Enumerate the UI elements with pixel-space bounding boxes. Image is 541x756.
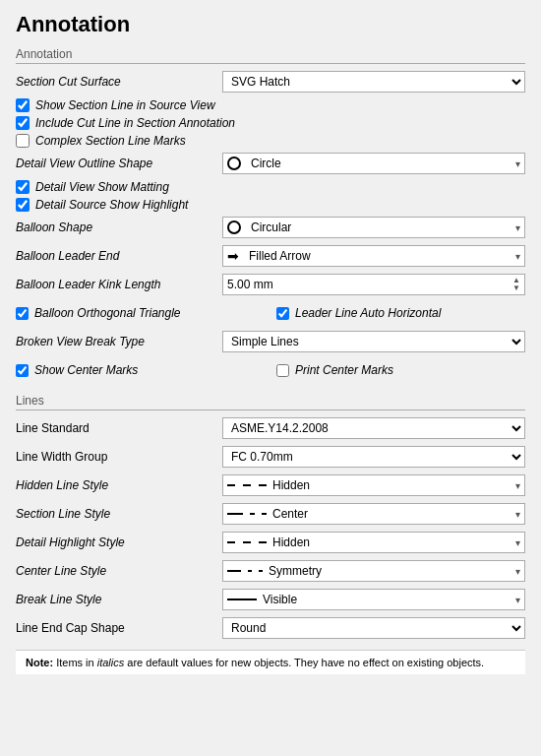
balloon-leader-end-value: Filled Arrow (249, 249, 311, 263)
broken-view-select[interactable]: Simple Lines Curved Lines (222, 331, 525, 352)
sym-gap1 (243, 570, 246, 572)
break-line-style-row: Break Line Style Visible ▾ (16, 588, 525, 611)
dash1 (227, 484, 235, 486)
section-cut-surface-wrapper: SVG Hatch None ANSI31 (222, 71, 525, 93)
balloon-kink-label: Balloon Leader Kink Length (16, 278, 222, 291)
section-line-style-arrow: ▾ (515, 509, 520, 520)
show-center-marks-label: Show Center Marks (34, 363, 138, 377)
center-gap1 (245, 513, 248, 515)
balloon-kink-spinner[interactable]: ▲ ▼ (512, 277, 520, 292)
break-line-style-label: Break Line Style (16, 593, 222, 606)
line-width-label: Line Width Group (16, 450, 222, 464)
circle-icon (227, 157, 241, 170)
section-line-style-value: Center (272, 507, 308, 521)
include-cut-line-row: Include Cut Line in Section Annotation (16, 116, 525, 130)
detail-source-highlight-label: Detail Source Show Highlight (35, 198, 188, 212)
show-section-line-row: Show Section Line in Source View (16, 98, 525, 112)
section-cut-surface-label: Section Cut Surface (16, 75, 222, 89)
balloon-ortho-left: Balloon Orthogonal Triangle (16, 306, 265, 320)
note-text: Items in italics are default values for … (56, 657, 484, 668)
hidden-dash-preview (227, 484, 267, 486)
note-prefix: Note: (26, 657, 53, 668)
sym-long (227, 570, 241, 572)
balloon-shape-dropdown[interactable]: Circular ▾ (222, 217, 525, 238)
line-end-cap-select[interactable]: Round Flat Square (222, 617, 525, 639)
balloon-ortho-label: Balloon Orthogonal Triangle (34, 306, 181, 320)
detail-view-outline-content: Circle (227, 157, 281, 170)
page-title: Annotation (16, 12, 525, 37)
sym-short1 (248, 570, 252, 572)
hidden-line-style-control: Hidden ▾ (222, 474, 525, 496)
section-cut-surface-control: SVG Hatch None ANSI31 (222, 71, 525, 93)
balloon-shape-content: Circular (227, 220, 291, 234)
detail-source-highlight-checkbox[interactable] (16, 198, 30, 212)
hidden-line-style-content: Hidden (227, 478, 310, 492)
balloon-leader-end-row: Balloon Leader End ➡ Filled Arrow ▾ (16, 244, 525, 268)
detail-view-outline-label: Detail View Outline Shape (16, 157, 222, 170)
section-line-style-content: Center (227, 507, 308, 521)
balloon-shape-row: Balloon Shape Circular ▾ (16, 216, 525, 239)
detail-highlight-style-label: Detail Highlight Style (16, 536, 222, 549)
gap2 (253, 484, 257, 486)
balloon-ortho-checkbox[interactable] (16, 307, 29, 320)
section-line-style-label: Section Line Style (16, 507, 222, 521)
leader-line-auto-checkbox[interactable] (276, 307, 289, 320)
break-line-style-arrow: ▾ (515, 595, 520, 605)
symmetry-pattern-preview (227, 570, 263, 572)
detail-view-matting-row: Detail View Show Matting (16, 180, 525, 194)
print-center-marks-checkbox[interactable] (276, 364, 289, 377)
spinner-down[interactable]: ▼ (512, 284, 520, 292)
section-cut-surface-select[interactable]: SVG Hatch None ANSI31 (222, 71, 525, 93)
visible-line-preview (227, 598, 257, 600)
detail-view-matting-checkbox[interactable] (16, 180, 30, 194)
dh-gap2 (253, 541, 257, 543)
dash3 (259, 484, 267, 486)
line-width-row: Line Width Group FC 0.70mm FC 0.50mm (16, 445, 525, 469)
dh-dash3 (259, 541, 267, 543)
detail-highlight-style-control: Hidden ▾ (222, 532, 525, 553)
annotation-section-header: Annotation (16, 47, 525, 64)
section-line-style-dropdown[interactable]: Center ▾ (222, 503, 525, 525)
include-cut-line-checkbox[interactable] (16, 116, 30, 130)
balloon-shape-label: Balloon Shape (16, 220, 222, 234)
detail-highlight-style-dropdown[interactable]: Hidden ▾ (222, 532, 525, 553)
line-width-select[interactable]: FC 0.70mm FC 0.50mm (222, 446, 525, 468)
detail-view-matting-label: Detail View Show Matting (35, 180, 169, 194)
center-short2 (262, 513, 267, 515)
center-line-style-label: Center Line Style (16, 564, 222, 578)
detail-view-outline-dropdown[interactable]: Circle ▾ (222, 153, 525, 174)
break-line-style-dropdown[interactable]: Visible ▾ (222, 589, 525, 610)
balloon-shape-control: Circular ▾ (222, 217, 525, 238)
complex-section-checkbox[interactable] (16, 134, 30, 148)
detail-highlight-style-content: Hidden (227, 536, 310, 549)
dh-dash1 (227, 541, 235, 543)
show-section-line-checkbox[interactable] (16, 98, 30, 112)
line-standard-select[interactable]: ASME.Y14.2.2008 ISO (222, 417, 525, 439)
balloon-leader-end-content: ➡ Filled Arrow (227, 248, 311, 264)
section-cut-surface-row: Section Cut Surface SVG Hatch None ANSI3… (16, 70, 525, 94)
line-standard-control: ASME.Y14.2.2008 ISO (222, 417, 525, 439)
balloon-leader-end-label: Balloon Leader End (16, 249, 222, 263)
balloon-kink-input[interactable]: 5.00 mm ▲ ▼ (222, 274, 525, 295)
show-center-marks-checkbox[interactable] (16, 364, 29, 377)
show-section-line-label: Show Section Line in Source View (35, 98, 215, 112)
center-line-style-dropdown[interactable]: Symmetry ▾ (222, 560, 525, 582)
sym-short2 (259, 570, 263, 572)
detail-highlight-style-arrow: ▾ (515, 537, 520, 548)
hidden-line-style-dropdown[interactable]: Hidden ▾ (222, 474, 525, 496)
print-center-marks-label: Print Center Marks (295, 363, 393, 377)
show-center-marks-left: Show Center Marks (16, 363, 265, 377)
line-end-cap-control: Round Flat Square (222, 617, 525, 639)
balloon-leader-end-dropdown[interactable]: ➡ Filled Arrow ▾ (222, 245, 525, 267)
dh-gap1 (237, 541, 241, 543)
balloon-kink-row: Balloon Leader Kink Length 5.00 mm ▲ ▼ (16, 273, 525, 296)
include-cut-line-label: Include Cut Line in Section Annotation (35, 116, 235, 130)
broken-view-row: Broken View Break Type Simple Lines Curv… (16, 330, 525, 353)
hidden-line-style-row: Hidden Line Style Hidden ▾ (16, 473, 525, 497)
balloon-kink-value: 5.00 mm (227, 278, 273, 291)
break-line-style-control: Visible ▾ (222, 589, 525, 610)
detail-highlight-style-row: Detail Highlight Style Hidden ▾ (16, 531, 525, 554)
balloon-ortho-row: Balloon Orthogonal Triangle Leader Line … (16, 301, 525, 325)
filled-arrow-icon: ➡ (227, 248, 239, 264)
hidden-line-style-value: Hidden (272, 478, 310, 492)
